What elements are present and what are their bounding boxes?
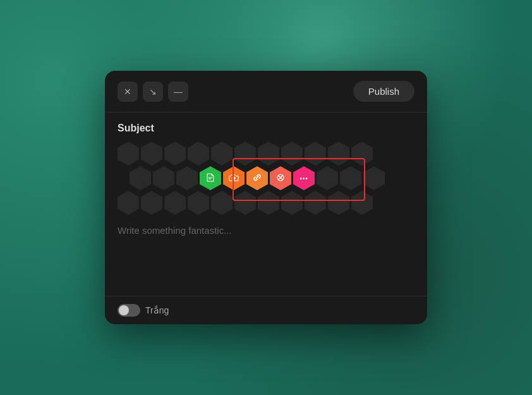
minimize-icon: — [174,87,183,97]
hex-cell[interactable] [258,142,279,166]
hex-grid-wrapper: ••• [118,142,414,215]
file-icon [205,173,215,185]
hex-cell[interactable] [305,191,326,215]
toggle-thumb [119,305,129,315]
hex-cell[interactable] [351,191,373,215]
hex-cell[interactable] [211,142,233,166]
publish-button[interactable]: Publish [353,81,414,102]
hex-cell[interactable] [118,142,139,166]
hex-row-1 [118,142,414,166]
close-icon: ✕ [124,87,131,97]
hex-cell[interactable] [118,191,139,215]
minimize-button[interactable]: — [168,82,188,102]
compose-text-area[interactable]: Write something fantastic... [118,222,414,273]
hex-cell[interactable] [281,142,303,166]
arrow-icon: ↘ [149,87,157,97]
hex-cell[interactable] [164,191,186,215]
share-icon [275,173,286,185]
link-icon [252,173,262,185]
more-hex[interactable]: ••• [293,166,315,190]
hex-cell[interactable] [176,166,198,190]
hex-cell[interactable] [351,142,373,166]
hex-cell[interactable] [164,142,186,166]
hex-grid: ••• [118,142,414,215]
hex-cell[interactable] [234,142,256,166]
hex-row-3 [118,191,414,215]
hex-cell[interactable] [363,166,385,190]
hex-cell[interactable] [153,166,174,190]
hex-cell[interactable] [328,191,349,215]
camera-icon [229,173,239,185]
hex-cell[interactable] [258,191,279,215]
share-hex[interactable] [270,166,291,190]
hex-row-2: ••• [130,166,414,190]
subject-label: Subject [118,123,414,134]
link-hex[interactable] [246,166,268,190]
hex-cell[interactable] [188,191,209,215]
arrow-button[interactable]: ↘ [143,82,163,102]
toggle-area: Trắng [118,304,169,317]
hex-cell[interactable] [340,166,361,190]
hex-cell[interactable] [281,191,303,215]
hex-cell[interactable] [141,191,162,215]
toggle-label: Trắng [145,305,169,315]
modal-body: Subject [105,112,427,296]
hex-cell[interactable] [141,142,162,166]
hex-cell[interactable] [234,191,256,215]
toggle-switch[interactable] [118,304,140,317]
svg-point-0 [233,176,236,179]
modal-header: ✕ ↘ — Publish [105,71,427,112]
hex-cell[interactable] [328,142,349,166]
more-icon: ••• [299,175,308,182]
hex-cell[interactable] [211,191,233,215]
file-hex[interactable] [200,166,221,190]
header-controls: ✕ ↘ — [118,82,188,102]
hex-cell[interactable] [188,142,209,166]
hex-cell[interactable] [130,166,151,190]
compose-modal: ✕ ↘ — Publish Subject [105,71,427,324]
camera-hex[interactable] [223,166,245,190]
modal-footer: Trắng [105,296,427,324]
close-button[interactable]: ✕ [118,82,138,102]
hex-cell[interactable] [305,142,326,166]
hex-cell[interactable] [317,166,338,190]
